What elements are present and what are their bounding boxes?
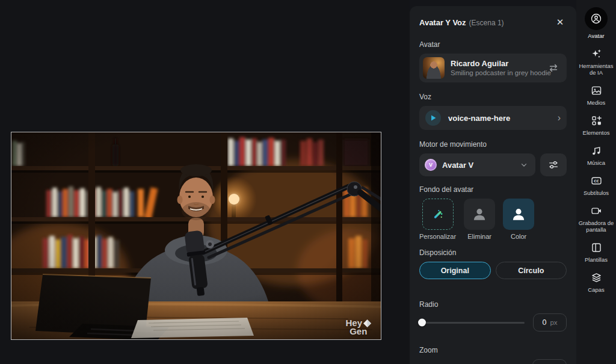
layers-icon bbox=[590, 271, 603, 284]
app-root: Hey Gen Avatar Y Voz(Escena 1) ✕ Avatar … bbox=[0, 0, 616, 364]
layout-option-original[interactable]: Original bbox=[419, 262, 491, 279]
video-preview[interactable]: Hey Gen bbox=[11, 132, 381, 340]
radius-slider-handle[interactable] bbox=[418, 319, 426, 327]
voice-section-label: Voz bbox=[419, 93, 567, 101]
avatar-section-label: Avatar bbox=[419, 40, 567, 49]
avatar-meta: Ricardo Aguilar Smiling podcaster in gre… bbox=[451, 59, 540, 77]
sidebar-item-layers[interactable]: Capas bbox=[577, 271, 615, 293]
radius-section-label: Radio bbox=[419, 300, 567, 309]
sidebar-item-templates[interactable]: Plantillas bbox=[577, 241, 615, 263]
motion-engine-value: Avatar V bbox=[442, 161, 514, 170]
radius-value-box[interactable]: 0 px bbox=[533, 313, 567, 332]
sidebar-item-screen-recorder[interactable]: Grabadora de pantalla bbox=[577, 204, 615, 233]
swap-avatar-icon[interactable] bbox=[546, 61, 561, 75]
avatar-voice-panel: Avatar Y Voz(Escena 1) ✕ Avatar Ricardo … bbox=[410, 6, 576, 364]
background-option-remove[interactable]: Eliminar bbox=[464, 199, 495, 240]
elements-shapes-icon bbox=[590, 114, 603, 127]
avatar-name: Ricardo Aguilar bbox=[451, 59, 540, 69]
sidebar-item-media[interactable]: Medios bbox=[577, 84, 615, 106]
right-sidebar: Avatar Herramientas de IA Medios bbox=[576, 0, 616, 364]
panel-title: Avatar Y Voz(Escena 1) bbox=[419, 17, 504, 28]
sidebar-item-elements[interactable]: Elementos bbox=[577, 114, 615, 136]
voice-card[interactable]: voice-name-here › bbox=[419, 106, 567, 130]
captions-icon: CC bbox=[590, 174, 603, 187]
avatar-user-icon bbox=[590, 13, 602, 25]
voice-name: voice-name-here bbox=[448, 114, 550, 123]
layout-option-circle[interactable]: Círculo bbox=[496, 262, 567, 279]
person-silhouette-icon bbox=[472, 206, 487, 222]
sidebar-item-ai-tools[interactable]: Herramientas de IA bbox=[577, 47, 615, 76]
person-silhouette-icon bbox=[511, 206, 526, 222]
editor-canvas[interactable]: Hey Gen bbox=[0, 0, 410, 364]
avatar-card[interactable]: Ricardo Aguilar Smiling podcaster in gre… bbox=[419, 54, 567, 82]
play-voice-icon[interactable] bbox=[425, 110, 441, 126]
media-image-icon bbox=[590, 84, 603, 97]
music-note-icon bbox=[590, 144, 603, 157]
background-option-color[interactable]: Color bbox=[503, 199, 534, 240]
background-option-label: Color bbox=[511, 233, 526, 240]
chevron-down-icon bbox=[520, 161, 528, 169]
ai-tools-icon bbox=[590, 48, 603, 60]
podcaster-scene-illustration bbox=[11, 132, 381, 340]
motion-section-label: Motor de movimiento bbox=[419, 140, 567, 149]
layout-section-label: Disposición bbox=[419, 248, 567, 257]
templates-icon bbox=[590, 241, 603, 254]
sidebar-item-subtitles[interactable]: CC Subtítulos bbox=[577, 174, 615, 196]
background-option-customize[interactable]: Personalizar bbox=[419, 199, 456, 240]
sliders-icon bbox=[548, 159, 559, 170]
svg-text:CC: CC bbox=[594, 179, 599, 182]
sidebar-item-avatar[interactable]: Avatar bbox=[577, 7, 615, 39]
zoom-value-box[interactable]: 100 % bbox=[532, 359, 567, 364]
watermark-text-gen: Gen bbox=[350, 327, 367, 336]
avatar-v-badge: V bbox=[425, 159, 437, 171]
motion-settings-button[interactable] bbox=[540, 153, 567, 176]
panel-header: Avatar Y Voz(Escena 1) ✕ bbox=[419, 16, 567, 29]
background-option-label: Personalizar bbox=[419, 233, 456, 240]
sidebar-item-music[interactable]: Música bbox=[577, 144, 615, 166]
background-section-label: Fondo del avatar bbox=[419, 185, 567, 194]
avatar-thumbnail bbox=[423, 57, 445, 79]
background-option-label: Eliminar bbox=[467, 233, 491, 240]
heygen-watermark: Hey Gen bbox=[345, 319, 371, 336]
magic-wand-icon bbox=[431, 208, 445, 221]
close-icon[interactable]: ✕ bbox=[553, 16, 567, 29]
radius-slider[interactable] bbox=[419, 322, 525, 324]
screen-recorder-icon bbox=[590, 205, 603, 217]
radius-value: 0 bbox=[542, 318, 546, 327]
zoom-section-label: Zoom bbox=[419, 346, 567, 354]
chevron-right-icon: › bbox=[558, 113, 561, 123]
avatar-description: Smiling podcaster in grey hoodie bbox=[451, 69, 540, 77]
motion-engine-dropdown[interactable]: V Avatar V bbox=[419, 153, 535, 176]
radius-unit: px bbox=[550, 319, 557, 326]
